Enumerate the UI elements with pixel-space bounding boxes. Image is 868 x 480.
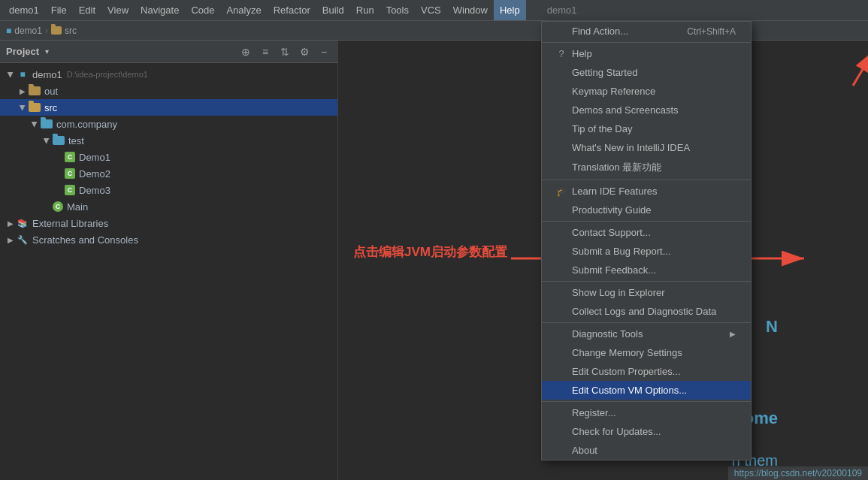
class-icon-demo3: C (65, 185, 75, 195)
annotation-text: 点击编辑JVM启动参数配置 (353, 245, 507, 259)
menu-item-submit-feedback[interactable]: Submit Feedback... (542, 261, 751, 279)
menu-item-productivity-guide[interactable]: Productivity Guide (542, 201, 751, 219)
expand-arrow-demo1: ▶ (7, 70, 15, 79)
module-icon: ■ (17, 69, 29, 80)
menu-sep-1 (542, 180, 751, 180)
folder-icon-src (29, 103, 41, 112)
menubar-item-refactor[interactable]: Refactor (268, 0, 316, 20)
expand-arrow-company: ▶ (31, 119, 39, 128)
sidebar-header: Project ▾ ⊕ ≡ ⇅ ⚙ − (0, 41, 337, 63)
menu-item-show-log[interactable]: Show Log in Explorer (542, 283, 751, 302)
ext-lib-icon: 📚 (17, 218, 29, 228)
menubar-item-navigate[interactable]: Navigate (135, 0, 185, 20)
menu-item-contact-support[interactable]: Contact Support... (542, 223, 751, 242)
menu-sep-0 (542, 42, 751, 43)
settings-icon[interactable]: ⚙ (297, 44, 312, 59)
menubar-item-edit[interactable]: Edit (73, 0, 101, 20)
menubar-item-view[interactable]: View (101, 0, 135, 20)
menu-item-translation[interactable]: Translation 最新功能 (542, 157, 751, 178)
project-tree: ▶ ■ demo1 D:\idea-project\demo1 ▶ out ▶ … (0, 63, 337, 251)
menu-item-submit-bug[interactable]: Submit a Bug Report... (542, 242, 751, 261)
expand-arrow-ext: ▶ (6, 219, 15, 228)
sidebar-icons: ⊕ ≡ ⇅ ⚙ − (238, 44, 331, 59)
sidebar: Project ▾ ⊕ ≡ ⇅ ⚙ − ▶ ■ demo1 D:\idea-pr… (0, 41, 338, 480)
menu-sep-5 (542, 401, 751, 402)
annotation-container: 点击编辑JVM启动参数配置 (353, 243, 507, 261)
menu-item-getting-started[interactable]: Getting Started (542, 63, 751, 82)
class-icon-demo2: C (65, 168, 75, 179)
menubar-item-analyze[interactable]: Analyze (220, 0, 267, 20)
menu-item-edit-custom-properties[interactable]: Edit Custom Properties... (542, 362, 751, 381)
menubar-item-vcs[interactable]: VCS (415, 0, 447, 20)
menubar-item-run[interactable]: Run (350, 0, 380, 20)
tree-item-demo1-class[interactable]: ▶ C Demo1 (0, 149, 337, 165)
tree-item-demo3-class[interactable]: ▶ C Demo3 (0, 182, 337, 198)
tree-item-test[interactable]: ▶ test (0, 132, 337, 149)
folder-small-icon (51, 26, 62, 35)
expand-arrow-src: ▶ (19, 103, 27, 112)
menu-sep-2 (542, 221, 751, 222)
menu-item-change-memory[interactable]: Change Memory Settings (542, 343, 751, 362)
graduation-icon: 🎓 (554, 186, 569, 197)
folder-icon-out (29, 86, 41, 95)
submenu-arrow-diagnostic: ▶ (730, 330, 736, 338)
tree-item-out[interactable]: ▶ out (0, 83, 337, 99)
menu-item-whats-new[interactable]: What's New in IntelliJ IDEA (542, 138, 751, 157)
menu-item-collect-logs[interactable]: Collect Logs and Diagnostic Data (542, 302, 751, 321)
tree-item-scratches[interactable]: ▶ 🔧 Scratches and Consoles (0, 231, 337, 248)
top-arrow (823, 44, 868, 89)
menu-item-learn-ide[interactable]: 🎓 Learn IDE Features (542, 182, 751, 201)
menu-item-edit-custom-vm[interactable]: Edit Custom VM Options... (542, 381, 751, 400)
menubar-item-tools[interactable]: Tools (380, 0, 415, 20)
menu-item-check-updates[interactable]: Check for Updates... (542, 422, 751, 441)
scratches-icon: 🔧 (17, 234, 29, 245)
menubar-item-file[interactable]: File (45, 0, 73, 20)
tree-item-com-company[interactable]: ▶ com.company (0, 116, 337, 132)
tree-item-demo1[interactable]: ▶ ■ demo1 D:\idea-project\demo1 (0, 66, 337, 83)
help-dropdown-menu: Find Action... Ctrl+Shift+A ? Help Getti… (541, 21, 752, 460)
tree-item-main-class[interactable]: ▶ C Main (0, 198, 337, 215)
menubar-item-window[interactable]: Window (447, 0, 494, 20)
menubar-item-apptitle: demo1 (541, 0, 583, 20)
question-icon: ? (554, 48, 569, 59)
locate-icon[interactable]: ⊕ (238, 44, 253, 59)
folder-icon-company (41, 119, 53, 128)
collapse-icon[interactable]: ≡ (258, 44, 273, 59)
folder-icon-test (53, 136, 65, 145)
menu-sep-3 (542, 281, 751, 282)
expand-arrow-test: ▶ (43, 136, 51, 145)
expand-arrow-scratches: ▶ (6, 236, 15, 244)
url-bar: https://blog.csdn.net/v20200109 (728, 466, 868, 480)
menu-item-help[interactable]: ? Help (542, 44, 751, 63)
svg-line-3 (853, 50, 868, 86)
menu-item-register[interactable]: Register... (542, 403, 751, 422)
sidebar-title: Project (6, 46, 39, 57)
breadcrumb-path: src (51, 26, 77, 36)
menubar-item-code[interactable]: Code (185, 0, 220, 20)
menubar-item-help[interactable]: Help (494, 0, 526, 20)
tree-item-src[interactable]: ▶ src (0, 99, 337, 116)
class-icon-demo1: C (65, 152, 75, 162)
menu-item-demos-screencasts[interactable]: Demos and Screencasts (542, 101, 751, 119)
close-sidebar-icon[interactable]: − (316, 44, 331, 59)
menu-item-about[interactable]: About (542, 441, 751, 460)
menu-item-keymap-reference[interactable]: Keymap Reference (542, 82, 751, 101)
menu-item-diagnostic-tools[interactable]: Diagnostic Tools ▶ (542, 325, 751, 343)
menubar-item-demo1[interactable]: demo1 (3, 0, 45, 20)
menu-item-tip-of-day[interactable]: Tip of the Day (542, 119, 751, 138)
sort-icon[interactable]: ⇅ (277, 44, 292, 59)
menu-sep-4 (542, 322, 751, 323)
expand-arrow-out: ▶ (18, 87, 27, 95)
menubar-item-build[interactable]: Build (316, 0, 350, 20)
breadcrumb-sep: › (45, 26, 48, 36)
project-icon: ■ (6, 26, 11, 36)
menu-item-find-action[interactable]: Find Action... Ctrl+Shift+A (542, 22, 751, 41)
breadcrumb-project: ■ demo1 (6, 26, 42, 36)
hint-n: N (766, 317, 778, 337)
menubar: demo1 File Edit View Navigate Code Analy… (0, 0, 868, 21)
tree-item-ext-libs[interactable]: ▶ 📚 External Libraries (0, 215, 337, 231)
class-icon-main: C (53, 201, 63, 212)
sidebar-dropdown-arrow[interactable]: ▾ (45, 47, 49, 56)
tree-item-demo2-class[interactable]: ▶ C Demo2 (0, 165, 337, 182)
